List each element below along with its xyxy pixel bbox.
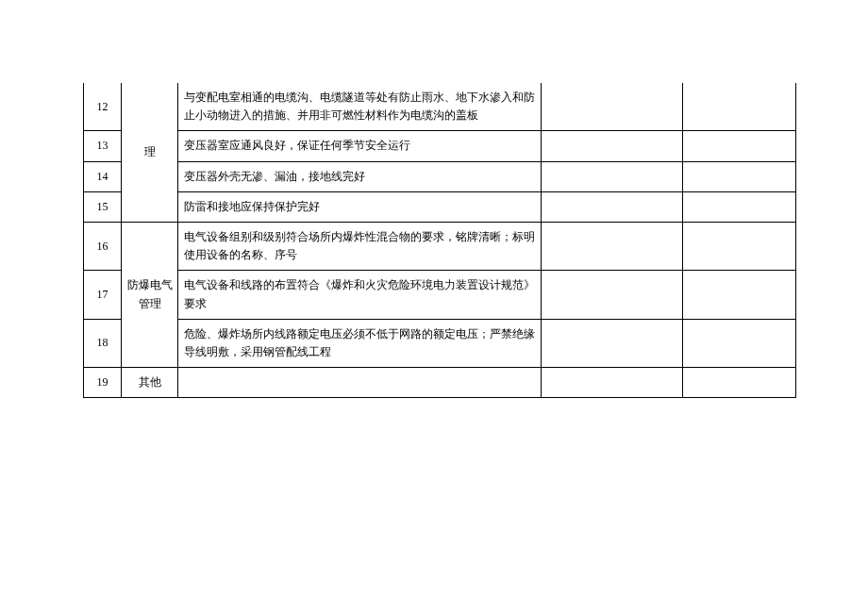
check-cell-1 [542, 368, 683, 398]
content-cell: 变压器室应通风良好，保证任何季节安全运行 [178, 131, 542, 161]
inspection-table: 12 理 与变配电室相通的电缆沟、电缆隧道等处有防止雨水、地下水渗入和防止小动物… [83, 83, 796, 398]
table-row: 15 防雷和接地应保持保护完好 [84, 191, 796, 222]
table-row: 19 其他 [84, 368, 796, 398]
category-cell: 其他 [122, 368, 178, 398]
check-cell-2 [683, 271, 796, 319]
content-cell: 防雷和接地应保持保护完好 [178, 191, 542, 222]
row-number: 17 [84, 271, 122, 319]
check-cell-2 [683, 222, 796, 270]
row-number: 18 [84, 319, 122, 367]
table-container: 12 理 与变配电室相通的电缆沟、电缆隧道等处有防止雨水、地下水渗入和防止小动物… [83, 83, 796, 398]
content-cell [178, 368, 542, 398]
document-page: 12 理 与变配电室相通的电缆沟、电缆隧道等处有防止雨水、地下水渗入和防止小动物… [0, 0, 868, 614]
row-number: 16 [84, 222, 122, 270]
check-cell-2 [683, 131, 796, 161]
row-number: 15 [84, 191, 122, 222]
check-cell-2 [683, 319, 796, 367]
check-cell-1 [542, 83, 683, 131]
content-cell: 危险、爆炸场所内线路额定电压必须不低于网路的额定电压；严禁绝缘导线明敷，采用钢管… [178, 319, 542, 367]
check-cell-1 [542, 161, 683, 191]
check-cell-2 [683, 191, 796, 222]
check-cell-2 [683, 161, 796, 191]
check-cell-2 [683, 368, 796, 398]
content-cell: 与变配电室相通的电缆沟、电缆隧道等处有防止雨水、地下水渗入和防止小动物进入的措施… [178, 83, 542, 131]
row-number: 12 [84, 83, 122, 131]
content-cell: 电气设备组别和级别符合场所内爆炸性混合物的要求，铭牌清晰；标明使用设备的名称、序… [178, 222, 542, 270]
check-cell-1 [542, 131, 683, 161]
check-cell-2 [683, 83, 796, 131]
category-cell: 理 [122, 83, 178, 222]
row-number: 19 [84, 368, 122, 398]
row-number: 14 [84, 161, 122, 191]
check-cell-1 [542, 319, 683, 367]
table-row: 12 理 与变配电室相通的电缆沟、电缆隧道等处有防止雨水、地下水渗入和防止小动物… [84, 83, 796, 131]
table-row: 18 危险、爆炸场所内线路额定电压必须不低于网路的额定电压；严禁绝缘导线明敷，采… [84, 319, 796, 367]
content-cell: 变压器外壳无渗、漏油，接地线完好 [178, 161, 542, 191]
table-row: 17 电气设备和线路的布置符合《爆炸和火灾危险环境电力装置设计规范》要求 [84, 271, 796, 319]
check-cell-1 [542, 222, 683, 270]
category-cell: 防爆电气管理 [122, 222, 178, 367]
check-cell-1 [542, 191, 683, 222]
table-row: 16 防爆电气管理 电气设备组别和级别符合场所内爆炸性混合物的要求，铭牌清晰；标… [84, 222, 796, 270]
content-cell: 电气设备和线路的布置符合《爆炸和火灾危险环境电力装置设计规范》要求 [178, 271, 542, 319]
table-row: 14 变压器外壳无渗、漏油，接地线完好 [84, 161, 796, 191]
check-cell-1 [542, 271, 683, 319]
table-row: 13 变压器室应通风良好，保证任何季节安全运行 [84, 131, 796, 161]
row-number: 13 [84, 131, 122, 161]
